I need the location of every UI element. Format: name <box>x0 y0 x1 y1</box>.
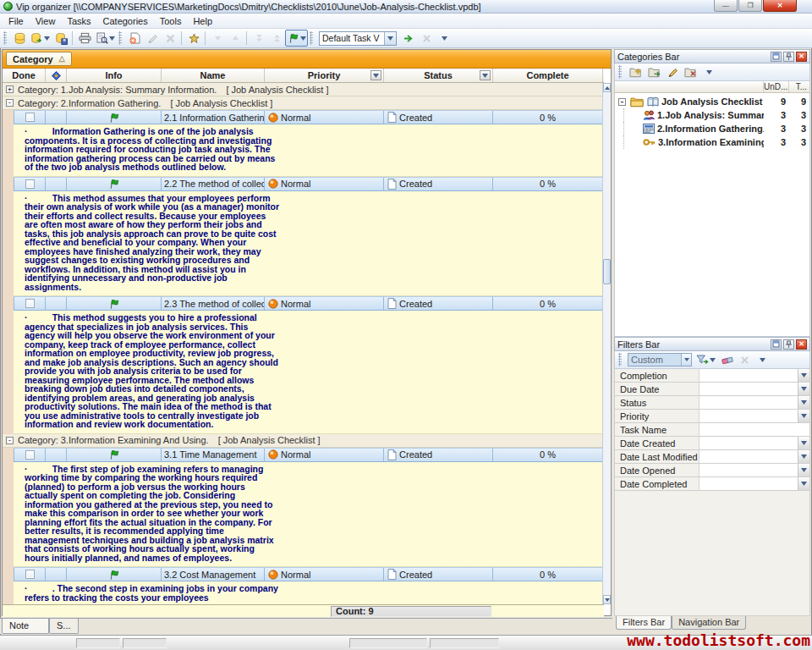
collapse-icon[interactable]: - <box>6 99 14 107</box>
open-database-button[interactable] <box>28 30 52 47</box>
group-by-category-button[interactable]: Category △ <box>6 52 72 66</box>
filter-value-input[interactable] <box>700 396 798 409</box>
filter-value-input[interactable] <box>700 383 798 395</box>
categories-close-button[interactable]: ✕ <box>796 52 807 62</box>
scroll-down-arrow[interactable] <box>603 595 611 604</box>
apply-filter-button[interactable] <box>694 352 716 367</box>
column-header-done[interactable]: Done <box>3 69 46 82</box>
category-tree-item[interactable]: 1.Job Analysis: Summary Inform33 <box>615 108 809 122</box>
undone-column-header[interactable]: UnD... <box>764 81 789 92</box>
column-header-icon[interactable] <box>46 69 67 82</box>
toolbar-grip[interactable] <box>310 31 313 45</box>
new-task-button[interactable] <box>125 30 143 47</box>
task-note-row[interactable]: · Information Gathering is one of the jo… <box>14 124 603 177</box>
filters-pin-button[interactable] <box>783 339 794 350</box>
task-note-row[interactable]: · . The second step in examining jobs in… <box>14 581 603 604</box>
cancel-view-button[interactable] <box>417 30 435 47</box>
done-checkbox[interactable] <box>25 113 35 122</box>
dropdown-arrow-icon[interactable] <box>300 36 306 41</box>
filter-dropdown[interactable] <box>798 477 809 490</box>
filter-value-input[interactable] <box>700 410 798 422</box>
column-header-complete[interactable]: Complete <box>493 69 603 82</box>
menu-view[interactable]: View <box>30 14 62 28</box>
apply-view-button[interactable] <box>399 30 417 47</box>
filter-preset-dropdown[interactable] <box>681 354 691 366</box>
toolbar-grip[interactable] <box>618 353 622 366</box>
filter-dropdown[interactable] <box>798 464 809 476</box>
done-checkbox[interactable] <box>25 450 35 460</box>
filter-dropdown[interactable] <box>798 396 809 409</box>
done-checkbox[interactable] <box>25 179 35 189</box>
done-checkbox[interactable] <box>25 299 35 308</box>
new-database-button[interactable] <box>10 30 28 47</box>
move-top-button[interactable] <box>267 30 285 47</box>
panel-tab-filters-bar[interactable]: Filters Bar <box>616 616 672 630</box>
column-header-name[interactable]: Name <box>162 69 265 82</box>
print-button[interactable] <box>75 30 93 47</box>
column-header-priority[interactable]: Priority <box>265 69 384 82</box>
move-down-button[interactable] <box>208 30 226 47</box>
filter-dropdown[interactable] <box>798 369 809 382</box>
filters-options-button[interactable] <box>754 352 770 367</box>
task-row[interactable]: 2.2 The method of collecting Normal Crea… <box>14 177 603 191</box>
filter-value-input[interactable] <box>700 369 798 382</box>
collapse-icon[interactable]: - <box>6 437 14 444</box>
menu-help[interactable]: Help <box>187 14 218 28</box>
task-note-row[interactable]: · This method assumes that your employee… <box>14 191 603 297</box>
vertical-scrollbar[interactable] <box>602 83 611 604</box>
task-note-row[interactable]: · The first step of job examining refers… <box>14 462 603 568</box>
filter-value-input[interactable] <box>700 450 798 463</box>
category-group-row[interactable]: -Category: 2.Information Gathering.[ Job… <box>3 96 603 110</box>
bottom-tab-s[interactable]: S... <box>49 619 79 634</box>
task-row[interactable]: 2.3 The method of collecting Normal Crea… <box>14 296 603 311</box>
filter-dropdown[interactable] <box>798 450 809 463</box>
toolbar-grip[interactable] <box>3 31 7 45</box>
scroll-up-arrow[interactable] <box>603 83 611 92</box>
category-tree-item[interactable]: 2.Information Gathering.33 <box>615 122 809 135</box>
dropdown-arrow-icon[interactable] <box>109 36 115 41</box>
cancel-filter-button[interactable] <box>737 352 752 367</box>
task-row[interactable]: 3.2 Cost Management Normal Created0 % <box>14 567 603 581</box>
toolbar-grip[interactable] <box>118 31 122 45</box>
expand-icon[interactable]: + <box>6 85 14 93</box>
new-category-button[interactable] <box>628 64 644 80</box>
done-checkbox[interactable] <box>25 570 35 579</box>
clear-filter-button[interactable] <box>719 352 734 367</box>
maximize-button[interactable]: ❐ <box>738 0 762 12</box>
categories-pin-button[interactable] <box>783 52 794 62</box>
flag-button[interactable] <box>285 30 308 47</box>
print-preview-button[interactable] <box>93 30 117 47</box>
filter-dropdown[interactable] <box>798 437 809 449</box>
filter-dropdown[interactable] <box>798 410 809 422</box>
total-column-header[interactable]: T... <box>789 81 809 92</box>
dropdown-arrow-icon[interactable] <box>710 358 716 362</box>
filters-restore-button[interactable] <box>771 339 782 350</box>
complete-task-button[interactable] <box>184 30 202 47</box>
menu-tasks[interactable]: Tasks <box>61 14 96 28</box>
new-subcategory-button[interactable] <box>646 64 662 80</box>
task-view-combo[interactable]: Default Task V <box>319 31 397 46</box>
column-filter-dropdown[interactable] <box>370 70 381 80</box>
save-database-button[interactable] <box>52 30 69 47</box>
category-tree-item[interactable]: -Job Analysis Checklist99 <box>615 95 809 108</box>
menu-tools[interactable]: Tools <box>154 14 188 28</box>
category-group-row[interactable]: +Category: 1.Job Analysis: Summary Infor… <box>3 83 603 96</box>
filter-value-input[interactable] <box>700 423 809 436</box>
categories-options-button[interactable] <box>701 64 716 80</box>
collapse-icon[interactable]: - <box>618 98 626 106</box>
toolbar-options-button[interactable] <box>435 30 453 47</box>
filter-value-input[interactable] <box>700 437 798 449</box>
filter-preset-combo[interactable]: Custom <box>628 353 692 366</box>
category-tree-item[interactable]: 3.Information Examining And U33 <box>615 135 809 149</box>
edit-task-button[interactable] <box>143 30 161 47</box>
panel-tab-navigation-bar[interactable]: Navigation Bar <box>672 616 746 630</box>
close-button[interactable]: ✕ <box>763 0 797 12</box>
move-bottom-button[interactable] <box>250 30 267 47</box>
filter-value-input[interactable] <box>700 464 798 476</box>
task-row[interactable]: 3.1 Time Management Normal Created0 % <box>14 448 603 462</box>
edit-category-button[interactable] <box>665 64 680 80</box>
menu-categories[interactable]: Categories <box>97 14 154 28</box>
filters-close-button[interactable]: ✕ <box>796 339 807 350</box>
categories-restore-button[interactable] <box>771 52 782 62</box>
category-group-row[interactable]: -Category: 3.Information Examining And U… <box>3 434 603 448</box>
